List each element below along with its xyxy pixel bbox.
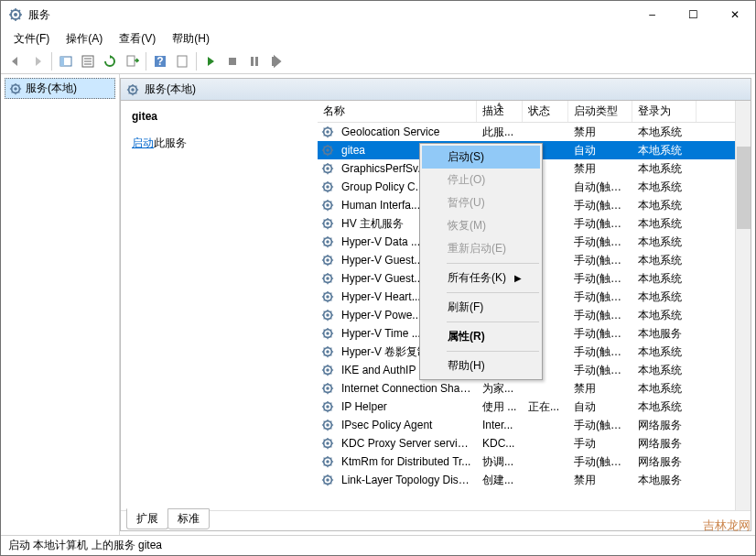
show-hide-tree-button[interactable] <box>55 50 77 72</box>
cell-logon: 本地系统 <box>632 197 697 214</box>
table-row[interactable]: IP Helper 使用 ... 正在... 自动 本地系统 <box>318 398 735 416</box>
menu-view[interactable]: 查看(V) <box>112 29 163 49</box>
cell-logon: 本地系统 <box>632 215 697 233</box>
cell-logon: 本地系统 <box>632 289 697 306</box>
help2-button[interactable] <box>171 50 193 72</box>
cell-status <box>523 131 568 133</box>
stop-service-button[interactable] <box>221 50 243 72</box>
svg-rect-19 <box>178 56 187 67</box>
tree-pane: 服务(本地) <box>1 74 120 535</box>
cell-startup: 手动 <box>568 435 632 452</box>
cell-logon: 网络服务 <box>632 453 697 471</box>
gear-icon <box>321 345 334 358</box>
table-row[interactable]: KDC Proxy Server service... KDC... 手动 网络… <box>318 434 735 452</box>
cell-logon: 本地系统 <box>632 270 697 288</box>
maximize-button[interactable]: ☐ <box>673 1 714 28</box>
col-logon[interactable]: 登录为 <box>632 101 697 122</box>
cell-startup: 自动(触发... <box>568 179 632 196</box>
gear-icon <box>321 199 334 212</box>
gear-icon <box>321 419 334 431</box>
cell-logon: 网络服务 <box>632 435 697 452</box>
tree-root[interactable]: 服务(本地) <box>5 78 115 99</box>
gear-icon <box>321 382 334 395</box>
cell-status <box>523 442 568 444</box>
window-title: 服务 <box>28 7 632 23</box>
cell-desc: KDC... <box>477 436 523 451</box>
minimize-button[interactable]: – <box>632 1 673 28</box>
cell-status <box>523 424 568 426</box>
help-button[interactable]: ? <box>149 50 171 72</box>
gear-icon <box>321 144 334 157</box>
cell-startup: 手动(触发... <box>568 362 632 379</box>
table-row[interactable]: Link-Layer Topology Disc... 创建... 禁用 本地服… <box>318 471 735 489</box>
status-text: 启动 本地计算机 上的服务 gitea <box>8 538 162 553</box>
tabs: 扩展 标准 <box>121 510 751 530</box>
col-name[interactable]: 名称 <box>318 101 477 122</box>
cell-startup: 手动(触发... <box>568 417 632 434</box>
ctx-help[interactable]: 帮助(H) <box>422 354 540 377</box>
titlebar: 服务 – ☐ ✕ <box>1 1 755 28</box>
cell-logon: 网络服务 <box>632 417 697 434</box>
close-button[interactable]: ✕ <box>714 1 755 28</box>
svg-rect-20 <box>229 58 236 65</box>
properties-button[interactable] <box>77 50 99 72</box>
gear-icon <box>321 455 334 468</box>
table-row[interactable]: KtmRm for Distributed Tr... 协调... 手动(触发.… <box>318 452 735 471</box>
cell-startup: 自动 <box>568 142 632 159</box>
context-menu: 启动(S) 停止(O) 暂停(U) 恢复(M) 重新启动(E) 所有任务(K)▶… <box>419 143 543 380</box>
start-link[interactable]: 启动 <box>132 136 154 149</box>
scroll-thumb[interactable] <box>737 147 751 229</box>
vertical-scrollbar[interactable] <box>735 101 751 510</box>
pane-header: 服务(本地) <box>121 79 751 101</box>
tab-extended[interactable]: 扩展 <box>126 508 168 529</box>
content: 服务(本地) 服务(本地) gitea 启动此服务 名称 ▴描述 状态 <box>1 74 755 535</box>
back-button[interactable] <box>5 50 27 72</box>
ctx-properties[interactable]: 属性(R) <box>422 325 540 348</box>
cell-logon: 本地系统 <box>632 252 697 269</box>
col-desc[interactable]: ▴描述 <box>477 101 523 122</box>
gear-icon <box>321 272 334 285</box>
ctx-refresh[interactable]: 刷新(F) <box>422 296 540 319</box>
table-row[interactable]: Geolocation Service 此服... 禁用 本地系统 <box>318 123 735 141</box>
menu-file[interactable]: 文件(F) <box>6 29 57 49</box>
svg-rect-21 <box>251 57 254 66</box>
cell-name: Link-Layer Topology Disc... <box>336 473 477 487</box>
pause-service-button[interactable] <box>243 50 265 72</box>
cell-name: IPsec Policy Agent <box>336 418 477 432</box>
cell-startup: 禁用 <box>568 472 632 489</box>
ctx-all-tasks[interactable]: 所有任务(K)▶ <box>422 267 540 289</box>
export-button[interactable] <box>121 50 143 72</box>
refresh-button[interactable] <box>99 50 121 72</box>
forward-button[interactable] <box>27 50 49 72</box>
menu-action[interactable]: 操作(A) <box>59 29 110 49</box>
service-list-panel: 名称 ▴描述 状态 启动类型 登录为 Geolocation Service 此… <box>318 101 751 510</box>
cell-startup: 禁用 <box>568 160 632 178</box>
table-row[interactable]: Internet Connection Shari... 为家... 禁用 本地… <box>318 379 735 398</box>
service-action-line: 启动此服务 <box>132 136 307 151</box>
start-service-button[interactable] <box>200 50 221 72</box>
ctx-resume: 恢复(M) <box>422 214 540 237</box>
cell-desc: 创建... <box>477 472 523 489</box>
gear-icon <box>321 437 334 450</box>
gear-icon <box>321 217 334 230</box>
ctx-start[interactable]: 启动(S) <box>422 146 540 169</box>
cell-status <box>523 461 568 463</box>
cell-status <box>523 387 568 389</box>
gear-icon <box>321 327 334 340</box>
table-row[interactable]: IPsec Policy Agent Inter... 手动(触发... 网络服… <box>318 416 735 434</box>
tree-root-label: 服务(本地) <box>26 81 77 96</box>
menu-help[interactable]: 帮助(H) <box>165 29 217 49</box>
cell-startup: 手动(触发... <box>568 453 632 471</box>
col-startup[interactable]: 启动类型 <box>568 101 632 122</box>
restart-service-button[interactable] <box>265 50 287 72</box>
start-link-rest: 此服务 <box>154 136 187 149</box>
col-status[interactable]: 状态 <box>523 101 568 122</box>
cell-startup: 手动(触发... <box>568 307 632 324</box>
cell-name: KtmRm for Distributed Tr... <box>336 454 477 469</box>
svg-rect-16 <box>127 56 135 66</box>
tab-standard[interactable]: 标准 <box>167 508 210 529</box>
gear-icon <box>321 400 334 413</box>
cell-startup: 手动(触发... <box>568 325 632 343</box>
cell-startup: 手动(触发... <box>568 270 632 288</box>
cell-logon: 本地系统 <box>632 142 697 159</box>
